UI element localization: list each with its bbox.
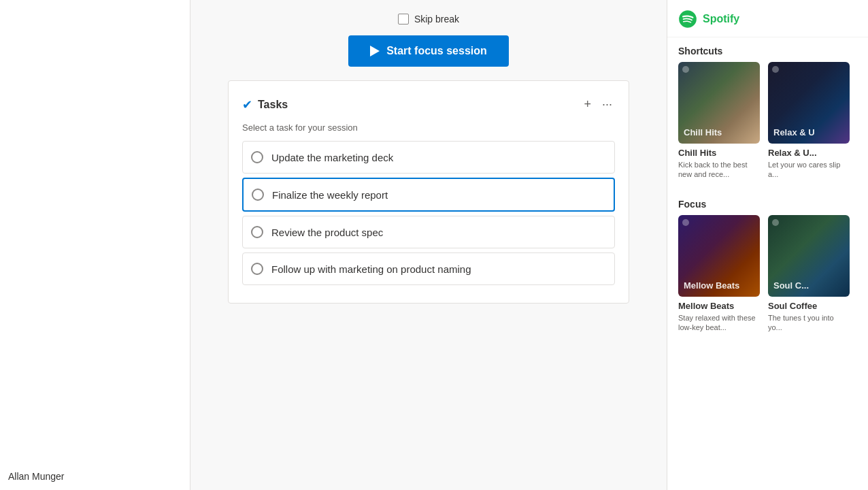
relax-thumb: Relax & U bbox=[768, 62, 850, 144]
skip-break-checkbox[interactable] bbox=[398, 14, 409, 24]
skip-break-text: Skip break bbox=[414, 14, 459, 24]
tasks-card: ✔ Tasks + ··· Select a task for your ses… bbox=[228, 80, 629, 304]
mellow-name: Mellow Beats bbox=[678, 301, 760, 311]
task-radio-2[interactable] bbox=[252, 189, 264, 201]
playlist-relax[interactable]: Relax & U Relax & U... Let your wo cares… bbox=[768, 62, 850, 180]
relax-dot bbox=[772, 66, 779, 73]
task-text-1: Update the marketing deck bbox=[271, 152, 393, 163]
chill-thumb-text: Chill Hits bbox=[684, 127, 722, 138]
relax-thumb-text: Relax & U bbox=[773, 127, 815, 138]
shortcuts-grid: Chill Hits Chill Hits Kick back to the b… bbox=[667, 62, 868, 191]
chill-hits-name: Chill Hits bbox=[678, 148, 760, 158]
task-radio-1[interactable] bbox=[251, 151, 263, 163]
chill-hits-desc: Kick back to the best new and rece... bbox=[678, 160, 760, 180]
task-text-3: Review the product spec bbox=[271, 227, 383, 238]
relax-desc: Let your wo cares slip a... bbox=[768, 160, 850, 180]
user-name: Allan Munger bbox=[8, 471, 182, 482]
task-item[interactable]: Update the marketing deck bbox=[242, 141, 615, 174]
soul-dot bbox=[772, 219, 779, 226]
mellow-dot bbox=[682, 219, 689, 226]
soul-thumb-text: Soul C... bbox=[773, 280, 809, 291]
playlist-soul-coffee[interactable]: Soul C... Soul Coffee The tunes t you in… bbox=[768, 215, 850, 333]
shortcuts-label: Shortcuts bbox=[667, 37, 868, 62]
mellow-thumb: Mellow Beats bbox=[678, 215, 760, 297]
chill-hits-thumb: Chill Hits bbox=[678, 62, 760, 144]
add-task-icon: + bbox=[584, 97, 591, 112]
task-item[interactable]: Follow up with marketing on product nami… bbox=[242, 252, 615, 285]
tasks-title: Tasks bbox=[258, 99, 288, 111]
focus-grid: Mellow Beats Mellow Beats Stay relaxed w… bbox=[667, 215, 868, 344]
play-icon bbox=[370, 46, 380, 56]
tasks-header: ✔ Tasks + ··· bbox=[242, 95, 615, 114]
spotify-logo bbox=[678, 10, 697, 29]
task-item[interactable]: Review the product spec bbox=[242, 216, 615, 248]
right-sidebar: Spotify Shortcuts Chill Hits Chill Hits … bbox=[667, 0, 868, 490]
task-item-selected[interactable]: Finalize the weekly report bbox=[242, 178, 615, 212]
chill-dot bbox=[682, 66, 689, 73]
left-sidebar: Allan Munger bbox=[0, 0, 190, 490]
soul-desc: The tunes t you into yo... bbox=[768, 313, 850, 333]
skip-break-area: Skip break bbox=[228, 0, 629, 35]
more-tasks-icon: ··· bbox=[602, 97, 612, 112]
add-task-button[interactable]: + bbox=[581, 95, 594, 114]
main-content: Skip break Start focus session ✔ Tasks +… bbox=[190, 0, 667, 490]
focus-label: Focus bbox=[667, 191, 868, 215]
mellow-desc: Stay relaxed with these low-key beat... bbox=[678, 313, 760, 333]
task-text-2: Finalize the weekly report bbox=[272, 189, 388, 201]
tasks-title-group: ✔ Tasks bbox=[242, 97, 288, 112]
task-text-4: Follow up with marketing on product nami… bbox=[271, 263, 471, 275]
focus-btn-container: Start focus session bbox=[228, 35, 629, 80]
select-task-label: Select a task for your session bbox=[242, 122, 615, 133]
playlist-mellow-beats[interactable]: Mellow Beats Mellow Beats Stay relaxed w… bbox=[678, 215, 760, 333]
spotify-title: Spotify bbox=[703, 13, 739, 25]
tasks-check-icon: ✔ bbox=[242, 97, 252, 112]
task-radio-3[interactable] bbox=[251, 226, 263, 238]
playlist-chill-hits[interactable]: Chill Hits Chill Hits Kick back to the b… bbox=[678, 62, 760, 180]
more-tasks-button[interactable]: ··· bbox=[599, 95, 615, 114]
soul-name: Soul Coffee bbox=[768, 301, 850, 311]
task-radio-4[interactable] bbox=[251, 263, 263, 275]
soul-thumb: Soul C... bbox=[768, 215, 850, 297]
start-focus-label: Start focus session bbox=[386, 45, 487, 57]
spotify-header: Spotify bbox=[667, 0, 868, 37]
relax-name: Relax & U... bbox=[768, 148, 850, 158]
skip-break-label[interactable]: Skip break bbox=[398, 14, 459, 24]
tasks-actions: + ··· bbox=[581, 95, 615, 114]
mellow-thumb-text: Mellow Beats bbox=[684, 280, 739, 291]
start-focus-button[interactable]: Start focus session bbox=[348, 35, 509, 67]
